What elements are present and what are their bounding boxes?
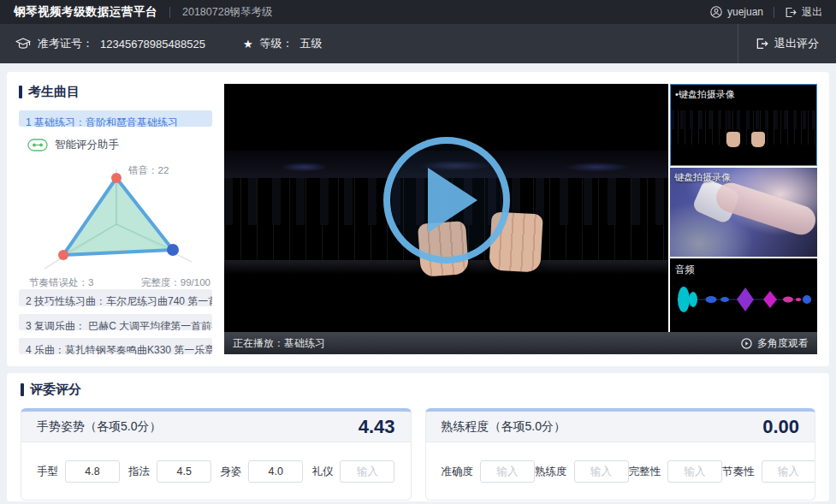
scoring-title: 评委评分 — [30, 382, 81, 398]
section-accent-bar — [19, 86, 22, 98]
admission-number-value: 12345678985488525 — [100, 38, 205, 50]
field-fingering: 指法 — [128, 460, 211, 483]
gesture-posture-card: 手势姿势（各项5.0分） 4.43 手型 指法 身姿 — [21, 408, 412, 501]
field-completeness: 完整性 — [629, 460, 723, 483]
thumbnail-keyboard-side-view[interactable]: 键盘拍摄录像 — [670, 168, 817, 257]
gesture-card-title: 手势姿势（各项5.0分） — [37, 419, 161, 435]
audio-track-panel[interactable]: 音频 — [670, 258, 817, 332]
field-completeness-label: 完整性 — [629, 465, 661, 479]
field-rhythm: 节奏性 — [722, 460, 815, 483]
assistant-title: 智能评分助手 — [55, 138, 119, 152]
field-hand-shape-label: 手型 — [37, 465, 58, 479]
star-icon: ★ — [243, 38, 253, 50]
level-group: ★ 等级： 五级 — [243, 36, 323, 51]
user-menu[interactable]: yuejuan — [710, 6, 763, 18]
etiquette-input[interactable] — [340, 460, 394, 483]
multi-angle-label: 多角度观看 — [757, 336, 809, 351]
rhythm-input[interactable] — [762, 460, 816, 483]
song-item-1[interactable]: 1 基础练习：音阶和琶音基础练习 — [19, 110, 212, 127]
now-playing-text: 正在播放：基础练习 — [233, 336, 325, 351]
thumbnail-1-label: •键盘拍摄录像 — [675, 88, 735, 101]
field-accuracy-label: 准确度 — [442, 465, 474, 479]
song-list-header: 考生曲目 — [19, 84, 212, 100]
radar-label-wrong-notes: 错音：22 — [128, 164, 169, 177]
field-accuracy: 准确度 — [442, 460, 536, 483]
audio-waveform — [673, 280, 814, 319]
song-item-2[interactable]: 2 技巧性练习曲：车尔尼练习曲740 第一首 — [19, 289, 212, 305]
field-etiquette-label: 礼仪 — [311, 465, 333, 479]
field-hand-shape: 手型 — [37, 460, 120, 483]
thumbnail-keyboard-top-view[interactable]: •键盘拍摄录像 — [670, 84, 817, 166]
posture-input[interactable] — [248, 460, 303, 483]
scoring-assistant: 智能评分助手 错音：22 — [19, 134, 212, 289]
top-navigation-bar: 钢琴视频考级数据运营平台 20180728钢琴考级 yuejuan 退出 — [0, 0, 836, 24]
field-etiquette: 礼仪 — [311, 460, 394, 483]
logout-label: 退出 — [802, 5, 822, 20]
field-posture: 身姿 — [220, 460, 303, 483]
song-item-4[interactable]: 4 乐曲：莫扎特钢琴奏鸣曲K330 第一乐章 — [19, 338, 212, 354]
topbar-divider — [774, 7, 774, 18]
song-list-sidebar: 考生曲目 1 基础练习：音阶和琶音基础练习 智能评分助手 — [19, 84, 212, 354]
multi-angle-button[interactable]: 多角度观看 — [741, 336, 809, 351]
multi-angle-icon — [741, 338, 752, 349]
accuracy-input[interactable] — [480, 460, 535, 483]
gesture-card-body: 手型 指法 身姿 礼仪 — [21, 442, 411, 501]
level-label: 等级： — [260, 36, 293, 51]
radar-label-completeness: 完整度：99/100 — [141, 276, 210, 289]
field-proficiency: 熟练度 — [535, 460, 629, 483]
logout-icon — [785, 7, 797, 18]
logout-button[interactable]: 退出 — [785, 5, 822, 20]
user-icon — [710, 6, 722, 18]
mini-piano-black-keys — [671, 110, 816, 129]
field-proficiency-label: 熟练度 — [535, 465, 567, 479]
app-title: 钢琴视频考级数据运营平台 — [14, 4, 157, 20]
level-value: 五级 — [300, 36, 323, 51]
proficiency-input[interactable] — [574, 460, 629, 483]
admission-number-group: 准考证号： 12345678985488525 — [15, 36, 205, 51]
session-title: 20180728钢琴考级 — [182, 5, 273, 20]
now-playing-label: 正在播放： — [233, 337, 284, 349]
main-video[interactable] — [224, 84, 668, 332]
graduation-cap-icon — [15, 37, 31, 50]
audio-label: 音频 — [675, 264, 695, 276]
proficiency-card-body: 准确度 熟练度 完整性 节奏性 — [426, 442, 815, 501]
radar-label-rhythm-errors: 节奏错误处：3 — [29, 276, 93, 289]
section-accent-bar — [21, 383, 24, 396]
field-rhythm-label: 节奏性 — [722, 465, 755, 479]
song-item-3[interactable]: 3 复调乐曲： 巴赫C 大调平均律第一首前奏曲 — [19, 314, 212, 330]
radar-dot-wrong-notes — [111, 173, 122, 183]
thumbnail-2-label: 键盘拍摄录像 — [674, 171, 731, 184]
mini-hand-right — [751, 132, 765, 147]
hand-shape-input[interactable] — [65, 460, 120, 483]
assistant-toggle-icon[interactable] — [27, 139, 48, 151]
exit-scoring-label: 退出评分 — [774, 36, 819, 51]
song-list-title: 考生曲目 — [28, 84, 80, 100]
exam-info-bar: 准考证号： 12345678985488525 ★ 等级： 五级 退出评分 — [0, 24, 836, 63]
exit-scoring-icon — [756, 38, 768, 50]
angle-thumbnails-column: •键盘拍摄录像 键盘拍摄录像 音频 — [670, 84, 817, 332]
proficiency-card: 熟练程度（各项5.0分） 0.00 准确度 熟练度 完整性 — [425, 408, 816, 501]
proficiency-card-header: 熟练程度（各项5.0分） 0.00 — [426, 412, 815, 442]
admission-number-label: 准考证号： — [38, 36, 93, 51]
radar-chart: 错音：22 节奏错误处：3 完整度：99/100 — [27, 154, 212, 289]
mini-hand-left — [726, 132, 740, 147]
scoring-header: 评委评分 — [21, 382, 815, 398]
completeness-input[interactable] — [667, 460, 722, 483]
play-button[interactable] — [383, 137, 510, 264]
judge-scoring-panel: 评委评分 手势姿势（各项5.0分） 4.43 手型 指法 — [7, 373, 829, 501]
fingering-input[interactable] — [157, 460, 211, 483]
gesture-card-header: 手势姿势（各项5.0分） 4.43 — [21, 412, 411, 442]
play-icon — [428, 168, 477, 233]
exam-main-panel: 考生曲目 1 基础练习：音阶和琶音基础练习 智能评分助手 — [7, 72, 829, 366]
field-posture-label: 身姿 — [220, 465, 241, 479]
radar-dot-completeness — [167, 244, 179, 256]
exit-scoring-button[interactable]: 退出评分 — [738, 24, 836, 63]
title-divider — [169, 7, 170, 18]
now-playing-value: 基础练习 — [284, 337, 325, 349]
radar-dot-rhythm — [58, 250, 68, 260]
username: yuejuan — [727, 6, 763, 18]
video-player-block: •键盘拍摄录像 键盘拍摄录像 音频 — [224, 84, 817, 354]
proficiency-card-title: 熟练程度（各项5.0分） — [442, 419, 566, 435]
proficiency-card-total: 0.00 — [762, 416, 799, 438]
now-playing-bar: 正在播放：基础练习 多角度观看 — [224, 332, 817, 354]
